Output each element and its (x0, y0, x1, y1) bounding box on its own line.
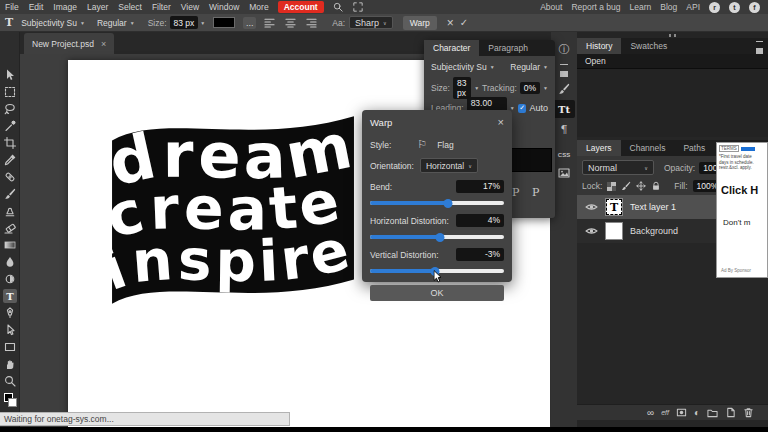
lock-pixels-icon[interactable] (621, 181, 631, 191)
magic-wand-tool[interactable] (3, 119, 17, 133)
lasso-tool[interactable] (3, 102, 17, 116)
layer-effects-icon[interactable]: eff (661, 409, 669, 416)
slider-handle[interactable] (435, 233, 444, 242)
warp-vdist-input[interactable]: -3% (456, 248, 504, 261)
tab-channels[interactable]: Channels (621, 140, 675, 156)
menu-edit[interactable]: Edit (24, 2, 49, 12)
twitter-icon[interactable]: t (729, 2, 740, 13)
adjustments-icon[interactable] (553, 60, 575, 78)
warp-hdist-input[interactable]: 4% (456, 214, 504, 227)
paragraph-panel-icon[interactable]: ¶ (553, 120, 575, 138)
char-font-family-select[interactable]: Subjectivity Su▼ (431, 62, 495, 72)
confirm-edit-icon[interactable]: ✓ (460, 17, 468, 28)
lock-position-icon[interactable] (636, 181, 646, 191)
warp-bend-input[interactable]: 17% (456, 180, 504, 193)
warp-hdist-slider[interactable] (370, 232, 504, 241)
adjustment-layer-icon[interactable]: ◐ (694, 407, 700, 418)
marquee-tool[interactable] (3, 85, 17, 99)
tab-character[interactable]: Character (424, 40, 479, 56)
link-about[interactable]: About (540, 2, 562, 12)
layer-name[interactable]: Text layer 1 (630, 202, 676, 212)
visibility-eye-icon[interactable] (585, 226, 598, 236)
reddit-icon[interactable]: r (709, 2, 720, 13)
visibility-eye-icon[interactable] (585, 202, 598, 212)
link-learn[interactable]: Learn (630, 2, 652, 12)
warp-style-value[interactable]: Flag (437, 140, 454, 150)
facebook-icon[interactable]: f (749, 2, 760, 13)
align-center-icon[interactable] (285, 17, 296, 28)
warped-text-artwork[interactable]: dream create inspire (106, 112, 358, 314)
move-tool[interactable] (3, 68, 17, 82)
menu-filter[interactable]: Filter (147, 2, 176, 12)
lock-transparency-icon[interactable] (607, 182, 616, 191)
ad-banner[interactable]: TERMS *First travel date days in schedul… (716, 142, 768, 278)
type-style-button[interactable]: P (512, 186, 519, 199)
brush-tool[interactable] (3, 187, 17, 201)
dodge-tool[interactable] (3, 272, 17, 286)
cancel-edit-icon[interactable]: × (447, 17, 454, 29)
slider-handle[interactable] (430, 267, 439, 276)
layer-thumbnail[interactable] (605, 222, 623, 240)
menu-more[interactable]: More (244, 2, 273, 12)
document-tab[interactable]: New Project.psd × (24, 33, 114, 54)
warp-vdist-slider[interactable] (370, 266, 504, 275)
hand-tool[interactable] (3, 357, 17, 371)
lock-all-icon[interactable] (651, 181, 661, 191)
tab-layers[interactable]: Layers (577, 140, 621, 156)
blur-tool[interactable] (3, 255, 17, 269)
warp-bend-slider[interactable] (370, 198, 504, 207)
type-tool[interactable]: T (3, 289, 17, 303)
link-blog[interactable]: Blog (660, 2, 677, 12)
align-left-icon[interactable] (264, 17, 275, 28)
color-swatches[interactable] (3, 392, 17, 408)
image-panel-icon[interactable] (553, 164, 575, 182)
close-icon[interactable]: × (101, 39, 106, 49)
slider-handle[interactable] (444, 199, 453, 208)
path-select-tool[interactable] (3, 323, 17, 337)
panel-menu-icon[interactable] (751, 38, 768, 54)
auto-leading-checkbox[interactable]: ✓ (518, 104, 527, 113)
account-button[interactable]: Account (278, 1, 324, 13)
eraser-tool[interactable] (3, 221, 17, 235)
warp-button[interactable]: Warp (403, 16, 437, 30)
chevron-down-icon[interactable]: ▼ (474, 85, 479, 91)
ad-terms-tab[interactable]: TERMS (719, 145, 739, 152)
char-color-swatch[interactable] (508, 148, 552, 172)
crop-tool[interactable] (3, 136, 17, 150)
new-group-icon[interactable] (707, 407, 718, 418)
warp-orientation-select[interactable]: Horizontal∨ (420, 158, 478, 173)
search-icon[interactable] (333, 2, 343, 12)
ok-button[interactable]: OK (370, 285, 504, 301)
link-report-a-bug[interactable]: Report a bug (571, 2, 620, 12)
delete-layer-icon[interactable] (743, 407, 754, 418)
link-api[interactable]: API (686, 2, 700, 12)
info-icon[interactable]: ⓘ (553, 40, 575, 58)
menu-select[interactable]: Select (113, 2, 147, 12)
pen-tool[interactable] (3, 306, 17, 320)
rect-shape-tool[interactable] (3, 340, 17, 354)
chevron-down-icon[interactable]: ▼ (200, 20, 205, 26)
antialias-select[interactable]: Sharp∨ (349, 16, 393, 29)
layer-name[interactable]: Background (630, 226, 678, 236)
background-color-swatch[interactable] (8, 398, 17, 407)
brush-settings-icon[interactable] (553, 80, 575, 98)
text-color-swatch[interactable] (213, 17, 235, 28)
link-layers-icon[interactable]: ∞ (647, 407, 654, 418)
blend-mode-select[interactable]: Normal∨ (582, 160, 654, 175)
healing-brush-tool[interactable] (3, 170, 17, 184)
font-family-select[interactable]: Subjectivity Su▼ (21, 18, 85, 28)
css-panel-icon[interactable]: CSS (553, 146, 575, 164)
fullscreen-icon[interactable] (353, 2, 363, 12)
tab-paragraph[interactable]: Paragraph (479, 40, 537, 56)
more-options-button[interactable]: ... (243, 17, 256, 29)
history-item[interactable]: Open (577, 54, 768, 69)
new-layer-icon[interactable] (725, 407, 736, 418)
font-size-input[interactable]: 83 px (170, 16, 199, 29)
eyedropper-tool[interactable] (3, 153, 17, 167)
menu-file[interactable]: File (0, 2, 24, 12)
ad-headline[interactable]: Click H (721, 184, 767, 196)
clone-stamp-tool[interactable] (3, 204, 17, 218)
tab-paths[interactable]: Paths (674, 140, 714, 156)
tab-swatches[interactable]: Swatches (621, 38, 676, 54)
menu-view[interactable]: View (176, 2, 204, 12)
